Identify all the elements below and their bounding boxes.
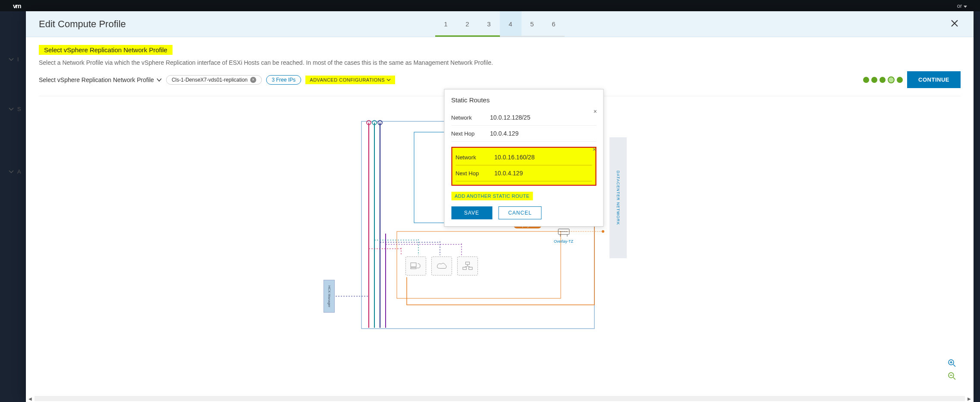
section-description: Select a Network Profile via which the v… (39, 59, 961, 66)
cancel-button[interactable]: CANCEL (498, 206, 542, 219)
add-static-route-link[interactable]: ADD ANOTHER STATIC ROUTE (451, 192, 533, 200)
status-dot (879, 77, 886, 83)
wizard-step-1[interactable]: 1 (435, 11, 457, 37)
wizard-step-2[interactable]: 2 (457, 11, 478, 37)
vmware-logo: vm (13, 2, 21, 9)
remove-chip-icon[interactable]: × (250, 77, 256, 83)
close-icon (951, 19, 958, 27)
svg-point-4 (602, 230, 604, 233)
static-route-block: × Network Next Hop (451, 110, 596, 142)
zoom-out-icon[interactable] (948, 372, 956, 380)
app-topbar: vm or (0, 0, 980, 11)
svg-rect-31 (411, 263, 416, 267)
vm-appliance-group (405, 256, 478, 275)
wizard-step-6[interactable]: 6 (543, 11, 565, 37)
vm-cloud-icon (431, 256, 452, 275)
svg-point-12 (378, 120, 382, 125)
chevron-down-icon (9, 169, 14, 174)
svg-rect-32 (411, 268, 416, 269)
modal-body: Select vSphere Replication Network Profi… (26, 37, 974, 402)
route-network-label: Network (451, 114, 490, 121)
svg-point-11 (372, 120, 377, 125)
vm-appliance-icon (405, 256, 426, 275)
remove-route-icon[interactable]: × (593, 146, 596, 153)
route-network-input[interactable] (494, 152, 592, 162)
chevron-down-icon (9, 107, 14, 112)
network-profile-dropdown[interactable]: Select vSphere Replication Network Profi… (39, 76, 162, 83)
overlay-tz-node: Overlay-TZ (554, 227, 573, 244)
selected-profile-chip[interactable]: Cls-1-DenseX7-vds01-replication × (166, 75, 262, 85)
status-dot (871, 77, 877, 83)
chevron-down-icon (9, 57, 14, 62)
datacenter-network-box: DATACENTER NETWORK (609, 137, 627, 258)
wizard-steps: 1 2 3 4 5 6 (435, 11, 565, 37)
svg-rect-34 (463, 267, 466, 270)
free-ips-chip[interactable]: 3 Free IPs (266, 75, 301, 85)
continue-button[interactable]: CONTINUE (907, 71, 961, 88)
modal-header: Edit Compute Profile 1 2 3 4 5 6 (26, 11, 974, 37)
wizard-step-4[interactable]: 4 (500, 11, 521, 37)
static-route-block-highlighted: × Network Next Hop (451, 147, 596, 186)
chevron-down-icon (157, 78, 162, 82)
scroll-track[interactable] (35, 396, 965, 401)
svg-rect-33 (465, 262, 469, 265)
chevron-down-icon (386, 79, 391, 81)
route-network-input[interactable] (490, 112, 596, 123)
wizard-step-5[interactable]: 5 (521, 11, 543, 37)
panel-title: Static Routes (451, 96, 596, 104)
status-dot-current (888, 76, 895, 83)
svg-rect-35 (469, 267, 472, 270)
route-hop-label: Next Hop (455, 170, 494, 177)
section-title: Select vSphere Replication Network Profi… (39, 45, 173, 55)
chevron-down-icon (964, 6, 967, 8)
status-dot (863, 77, 869, 83)
scroll-left-icon[interactable]: ◀ (28, 396, 33, 401)
vm-network-icon (457, 256, 478, 275)
svg-line-41 (953, 377, 955, 380)
wizard-step-3[interactable]: 3 (478, 11, 500, 37)
user-menu[interactable]: or (957, 3, 967, 9)
horizontal-scrollbar[interactable]: ◀ ▶ (26, 395, 974, 402)
edit-compute-profile-modal: Edit Compute Profile 1 2 3 4 5 6 Select … (26, 11, 974, 402)
route-hop-input[interactable] (494, 168, 592, 178)
modal-title: Edit Compute Profile (39, 19, 126, 30)
route-hop-input[interactable] (490, 128, 596, 139)
scroll-right-icon[interactable]: ▶ (967, 396, 972, 401)
zoom-controls (948, 359, 956, 380)
route-network-label: Network (455, 154, 494, 161)
svg-line-37 (953, 364, 955, 367)
hcx-manager-node: HCX Manager (324, 280, 335, 313)
close-button[interactable] (949, 16, 961, 32)
status-dot (897, 77, 903, 83)
status-indicator (863, 76, 903, 83)
switch-icon (557, 227, 571, 238)
zoom-in-icon[interactable] (948, 359, 956, 367)
static-routes-panel: Static Routes × Network Next Hop × Netwo… (444, 89, 603, 227)
svg-point-10 (367, 120, 371, 125)
advanced-configurations-link[interactable]: ADVANCED CONFIGURATIONS (305, 76, 395, 84)
route-hop-label: Next Hop (451, 130, 490, 137)
save-button[interactable]: SAVE (451, 206, 492, 219)
